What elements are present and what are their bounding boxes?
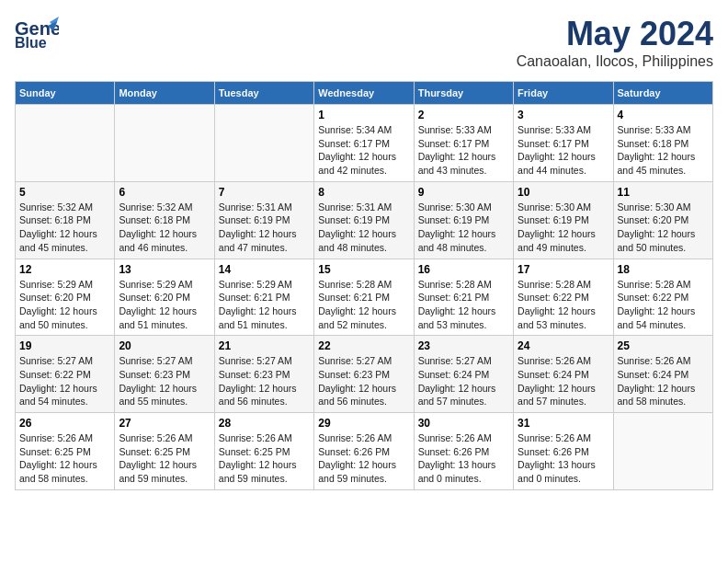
calendar-cell: 29Sunrise: 5:26 AMSunset: 6:26 PMDayligh… xyxy=(314,413,414,490)
day-number: 7 xyxy=(219,186,310,199)
day-header-sunday: Sunday xyxy=(16,82,115,105)
cell-info: Sunrise: 5:27 AMSunset: 6:24 PMDaylight:… xyxy=(418,354,509,408)
calendar-table: SundayMondayTuesdayWednesdayThursdayFrid… xyxy=(15,81,713,490)
calendar-cell: 14Sunrise: 5:29 AMSunset: 6:21 PMDayligh… xyxy=(214,259,313,336)
cell-info: Sunrise: 5:30 AMSunset: 6:19 PMDaylight:… xyxy=(518,201,609,255)
day-header-tuesday: Tuesday xyxy=(214,82,313,105)
day-number: 6 xyxy=(119,186,210,199)
calendar-cell: 21Sunrise: 5:27 AMSunset: 6:23 PMDayligh… xyxy=(214,336,313,413)
calendar-cell: 28Sunrise: 5:26 AMSunset: 6:25 PMDayligh… xyxy=(214,413,313,490)
calendar-cell: 22Sunrise: 5:27 AMSunset: 6:23 PMDayligh… xyxy=(314,336,414,413)
logo: General Blue xyxy=(15,15,63,55)
calendar-cell: 2Sunrise: 5:33 AMSunset: 6:17 PMDaylight… xyxy=(414,105,513,182)
cell-info: Sunrise: 5:32 AMSunset: 6:18 PMDaylight:… xyxy=(119,201,210,255)
cell-info: Sunrise: 5:33 AMSunset: 6:17 PMDaylight:… xyxy=(518,123,609,178)
calendar-cell xyxy=(115,105,214,182)
calendar-cell: 5Sunrise: 5:32 AMSunset: 6:18 PMDaylight… xyxy=(16,181,115,259)
calendar-cell: 17Sunrise: 5:28 AMSunset: 6:22 PMDayligh… xyxy=(514,259,613,336)
day-number: 21 xyxy=(219,339,310,352)
day-number: 9 xyxy=(418,186,509,199)
cell-info: Sunrise: 5:29 AMSunset: 6:21 PMDaylight:… xyxy=(219,278,310,332)
day-header-monday: Monday xyxy=(115,82,214,105)
day-number: 14 xyxy=(219,263,310,276)
day-number: 29 xyxy=(318,417,409,430)
calendar-cell: 23Sunrise: 5:27 AMSunset: 6:24 PMDayligh… xyxy=(414,336,513,413)
cell-info: Sunrise: 5:30 AMSunset: 6:19 PMDaylight:… xyxy=(418,201,509,255)
cell-info: Sunrise: 5:31 AMSunset: 6:19 PMDaylight:… xyxy=(219,201,310,255)
day-header-thursday: Thursday xyxy=(414,82,513,105)
cell-info: Sunrise: 5:34 AMSunset: 6:17 PMDaylight:… xyxy=(318,123,409,178)
calendar-cell: 11Sunrise: 5:30 AMSunset: 6:20 PMDayligh… xyxy=(613,181,712,259)
day-header-friday: Friday xyxy=(514,82,613,105)
calendar-cell: 6Sunrise: 5:32 AMSunset: 6:18 PMDaylight… xyxy=(115,181,214,259)
calendar-cell xyxy=(613,413,712,490)
cell-info: Sunrise: 5:29 AMSunset: 6:20 PMDaylight:… xyxy=(19,278,110,332)
calendar-cell: 13Sunrise: 5:29 AMSunset: 6:20 PMDayligh… xyxy=(115,259,214,336)
calendar-cell: 24Sunrise: 5:26 AMSunset: 6:24 PMDayligh… xyxy=(514,336,613,413)
calendar-cell: 26Sunrise: 5:26 AMSunset: 6:25 PMDayligh… xyxy=(16,413,115,490)
calendar-cell: 16Sunrise: 5:28 AMSunset: 6:21 PMDayligh… xyxy=(414,259,513,336)
cell-info: Sunrise: 5:27 AMSunset: 6:23 PMDaylight:… xyxy=(219,354,310,408)
day-number: 26 xyxy=(19,417,110,430)
cell-info: Sunrise: 5:27 AMSunset: 6:23 PMDaylight:… xyxy=(119,354,210,408)
header: General Blue May 2024 Canaoalan, Ilocos,… xyxy=(15,15,713,70)
cell-info: Sunrise: 5:33 AMSunset: 6:18 PMDaylight:… xyxy=(618,123,709,178)
day-number: 18 xyxy=(618,263,709,276)
day-number: 22 xyxy=(318,339,409,352)
calendar-cell: 12Sunrise: 5:29 AMSunset: 6:20 PMDayligh… xyxy=(16,259,115,336)
calendar-cell: 4Sunrise: 5:33 AMSunset: 6:18 PMDaylight… xyxy=(613,105,712,182)
cell-info: Sunrise: 5:30 AMSunset: 6:20 PMDaylight:… xyxy=(618,201,709,255)
calendar-cell xyxy=(214,105,313,182)
day-number: 17 xyxy=(518,263,609,276)
day-number: 23 xyxy=(418,339,509,352)
calendar-cell xyxy=(16,105,115,182)
page-title: May 2024 xyxy=(517,15,713,53)
day-number: 13 xyxy=(119,263,210,276)
cell-info: Sunrise: 5:26 AMSunset: 6:26 PMDaylight:… xyxy=(518,431,609,486)
logo-icon: General Blue xyxy=(15,15,59,52)
cell-info: Sunrise: 5:26 AMSunset: 6:25 PMDaylight:… xyxy=(19,431,110,486)
day-number: 15 xyxy=(318,263,409,276)
calendar-cell: 18Sunrise: 5:28 AMSunset: 6:22 PMDayligh… xyxy=(613,259,712,336)
day-number: 5 xyxy=(19,186,110,199)
day-number: 2 xyxy=(418,109,509,121)
day-number: 19 xyxy=(19,339,110,352)
day-number: 11 xyxy=(618,186,709,199)
cell-info: Sunrise: 5:31 AMSunset: 6:19 PMDaylight:… xyxy=(318,201,409,255)
calendar-cell: 7Sunrise: 5:31 AMSunset: 6:19 PMDaylight… xyxy=(214,181,313,259)
calendar-cell: 9Sunrise: 5:30 AMSunset: 6:19 PMDaylight… xyxy=(414,181,513,259)
cell-info: Sunrise: 5:26 AMSunset: 6:25 PMDaylight:… xyxy=(119,431,210,486)
cell-info: Sunrise: 5:29 AMSunset: 6:20 PMDaylight:… xyxy=(119,278,210,332)
calendar-cell: 27Sunrise: 5:26 AMSunset: 6:25 PMDayligh… xyxy=(115,413,214,490)
cell-info: Sunrise: 5:26 AMSunset: 6:24 PMDaylight:… xyxy=(618,354,709,408)
day-number: 16 xyxy=(418,263,509,276)
calendar-cell: 8Sunrise: 5:31 AMSunset: 6:19 PMDaylight… xyxy=(314,181,414,259)
calendar-cell: 31Sunrise: 5:26 AMSunset: 6:26 PMDayligh… xyxy=(514,413,613,490)
cell-info: Sunrise: 5:33 AMSunset: 6:17 PMDaylight:… xyxy=(418,123,509,178)
day-number: 12 xyxy=(19,263,110,276)
cell-info: Sunrise: 5:27 AMSunset: 6:23 PMDaylight:… xyxy=(318,354,409,408)
cell-info: Sunrise: 5:28 AMSunset: 6:22 PMDaylight:… xyxy=(618,278,709,332)
day-number: 1 xyxy=(318,109,409,121)
title-area: May 2024 Canaoalan, Ilocos, Philippines xyxy=(517,15,713,70)
cell-info: Sunrise: 5:28 AMSunset: 6:22 PMDaylight:… xyxy=(518,278,609,332)
calendar-cell: 1Sunrise: 5:34 AMSunset: 6:17 PMDaylight… xyxy=(314,105,414,182)
page-subtitle: Canaoalan, Ilocos, Philippines xyxy=(517,53,713,70)
calendar-cell: 20Sunrise: 5:27 AMSunset: 6:23 PMDayligh… xyxy=(115,336,214,413)
day-number: 4 xyxy=(618,109,709,121)
cell-info: Sunrise: 5:26 AMSunset: 6:25 PMDaylight:… xyxy=(219,431,310,486)
day-number: 3 xyxy=(518,109,609,121)
day-number: 28 xyxy=(219,417,310,430)
svg-text:Blue: Blue xyxy=(15,35,47,51)
cell-info: Sunrise: 5:28 AMSunset: 6:21 PMDaylight:… xyxy=(318,278,409,332)
day-number: 31 xyxy=(518,417,609,430)
day-number: 25 xyxy=(618,339,709,352)
cell-info: Sunrise: 5:26 AMSunset: 6:26 PMDaylight:… xyxy=(318,431,409,486)
cell-info: Sunrise: 5:32 AMSunset: 6:18 PMDaylight:… xyxy=(19,201,110,255)
calendar-cell: 15Sunrise: 5:28 AMSunset: 6:21 PMDayligh… xyxy=(314,259,414,336)
day-number: 10 xyxy=(518,186,609,199)
cell-info: Sunrise: 5:28 AMSunset: 6:21 PMDaylight:… xyxy=(418,278,509,332)
day-number: 24 xyxy=(518,339,609,352)
day-header-saturday: Saturday xyxy=(613,82,712,105)
day-number: 20 xyxy=(119,339,210,352)
